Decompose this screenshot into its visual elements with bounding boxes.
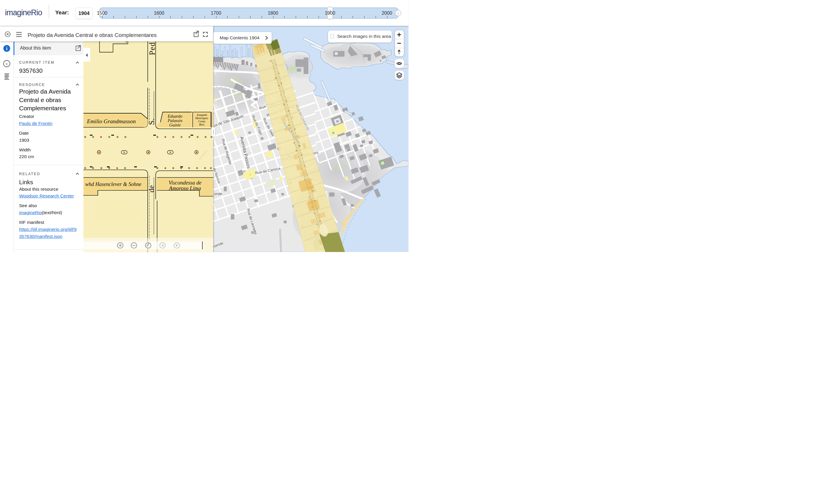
svg-text:Palassin: Palassin (167, 118, 182, 123)
svg-text:Ped: Ped (148, 42, 156, 55)
svg-text:Viscondessa de: Viscondessa de (168, 180, 201, 186)
svg-text:Henriques: Henriques (195, 116, 208, 120)
svg-text:whd Hasenclever & Sohne: whd Hasenclever & Sohne (85, 181, 141, 187)
svg-text:Guinle: Guinle (169, 123, 181, 127)
svg-text:onde: onde (214, 192, 222, 196)
svg-text:Joaquim: Joaquim (196, 113, 207, 116)
svg-text:c: c (6, 62, 8, 66)
svg-text:S.: S. (147, 118, 156, 125)
svg-text:Amoroso Lima: Amoroso Lima (168, 185, 201, 191)
svg-text:Costa: Costa (198, 120, 206, 123)
svg-text:Eduardo: Eduardo (167, 114, 182, 119)
svg-text:i: i (6, 46, 8, 51)
svg-text:de: de (147, 185, 156, 192)
svg-text:Emilio Grandmasson: Emilio Grandmasson (87, 118, 136, 124)
svg-text:Reis: Reis (199, 123, 205, 126)
